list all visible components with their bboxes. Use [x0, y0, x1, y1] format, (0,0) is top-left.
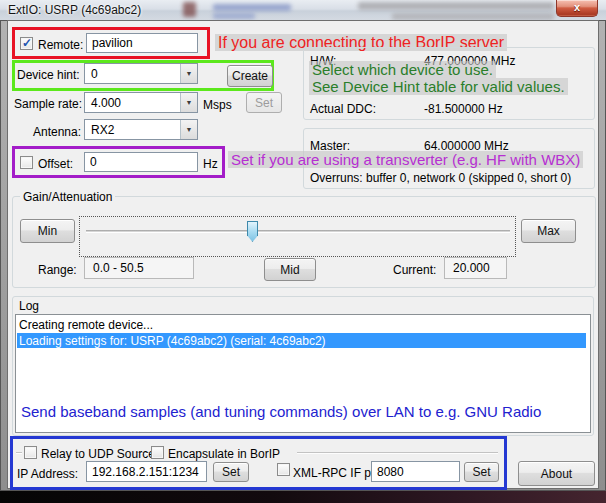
gain-max-button[interactable]: Max	[521, 219, 576, 243]
about-button[interactable]: About	[518, 461, 595, 486]
offset-checkbox[interactable]	[20, 156, 33, 169]
sample-rate-label: Sample rate:	[14, 97, 82, 111]
background-window-blur	[183, 2, 196, 17]
annotation-green-line2: See Device Hint table for valid values.	[309, 78, 568, 95]
actual-ddc-label: Actual DDC:	[310, 102, 376, 116]
overruns-status: Overruns: buffer 0, network 0 (skipped 0…	[310, 171, 571, 185]
remote-checkbox[interactable]: ✓	[20, 37, 33, 50]
slider-thumb[interactable]	[247, 221, 258, 242]
offset-input[interactable]	[84, 152, 198, 172]
offset-label: Offset:	[38, 157, 73, 171]
chevron-down-icon[interactable]: ▼	[180, 120, 197, 139]
device-hint-select[interactable]: 0 ▼	[84, 63, 198, 84]
hz-unit-label: Hz	[203, 157, 218, 171]
msps-unit-label: Msps	[203, 98, 232, 112]
annotation-blue: Send baseband samples (and tuning comman…	[21, 403, 541, 420]
close-button[interactable]: x	[556, 0, 598, 17]
actual-ddc-value: -81.500000 Hz	[424, 102, 503, 116]
extio-usrp-dialog: ExtIO: USRP (4c69abc2) x ✓ Remote: If yo…	[0, 0, 606, 503]
log-list-item-selected[interactable]: Loading settings for: USRP (4c69abc2) (s…	[17, 333, 586, 348]
gain-group-title: Gain/Attenuation	[20, 190, 115, 204]
chevron-down-icon[interactable]: ▼	[180, 64, 197, 83]
xmlrpc-port-input[interactable]	[371, 461, 460, 482]
ip-address-input[interactable]	[86, 461, 207, 482]
antenna-label: Antenna:	[33, 125, 81, 139]
background-window-blur	[213, 4, 291, 11]
encapsulate-borip-checkbox[interactable]	[151, 446, 164, 459]
background-window-blur	[392, 13, 554, 20]
background-window-blur	[213, 13, 255, 19]
range-value: 0.0 - 50.5	[84, 257, 194, 279]
desktop-background-strip	[0, 491, 606, 503]
log-list[interactable]: Creating remote device... Loading settin…	[15, 314, 591, 433]
device-hint-value: 0	[91, 67, 98, 81]
device-hint-label: Device hint:	[17, 68, 80, 82]
gain-slider[interactable]	[79, 216, 516, 257]
current-value: 20.000	[444, 257, 507, 279]
annotation-purple: Set if you are using a transverter (e.g.…	[228, 151, 583, 168]
window-title: ExtIO: USRP (4c69abc2)	[8, 3, 141, 17]
remote-label: Remote:	[38, 38, 83, 52]
create-button[interactable]: Create	[227, 65, 273, 87]
background-window-blur	[358, 2, 554, 10]
close-icon: x	[557, 1, 597, 13]
sample-rate-select[interactable]: 4.000 ▼	[84, 92, 198, 113]
annotation-green-line1: Select which device to use.	[309, 61, 496, 78]
xmlrpc-set-button[interactable]: Set	[464, 462, 499, 482]
relay-udp-label: Relay to UDP Source	[41, 447, 155, 461]
sample-rate-set-button[interactable]: Set	[246, 92, 282, 113]
gain-min-button[interactable]: Min	[20, 219, 75, 243]
titlebar[interactable]: ExtIO: USRP (4c69abc2)	[0, 0, 606, 20]
ip-address-label: IP Address:	[17, 467, 78, 481]
encapsulate-borip-label: Encapsulate in BorIP	[168, 447, 280, 461]
check-icon: ✓	[22, 36, 32, 50]
ip-set-button[interactable]: Set	[213, 462, 249, 482]
sample-rate-value: 4.000	[91, 96, 121, 110]
antenna-value: RX2	[91, 123, 114, 137]
gain-mid-button[interactable]: Mid	[264, 258, 316, 281]
current-label: Current:	[393, 263, 436, 277]
group-etch-line	[297, 452, 498, 454]
chevron-down-icon[interactable]: ▼	[180, 93, 197, 112]
range-label: Range:	[38, 263, 77, 277]
remote-host-input[interactable]	[86, 33, 198, 53]
log-list-item[interactable]: Creating remote device...	[19, 318, 153, 332]
log-group-title: Log	[16, 299, 42, 313]
group-etch-line	[16, 452, 22, 454]
relay-udp-checkbox[interactable]	[24, 446, 37, 459]
log-list-item-label: Loading settings for: USRP (4c69abc2) (s…	[19, 334, 326, 348]
xmlrpc-checkbox[interactable]	[277, 463, 290, 476]
antenna-select[interactable]: RX2 ▼	[84, 119, 198, 140]
slider-track[interactable]	[86, 230, 510, 233]
